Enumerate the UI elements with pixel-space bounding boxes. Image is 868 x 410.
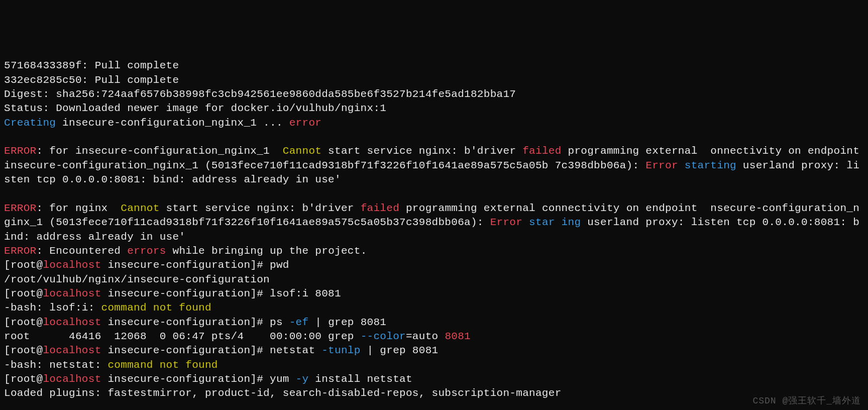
prompt-user: [root@ bbox=[4, 288, 43, 299]
error-text: : for insecure-configuration_nginx_1 bbox=[37, 145, 283, 157]
pull-line-1: 57168433389f: Pull complete bbox=[4, 60, 179, 71]
cmd-netstat[interactable]: netstat bbox=[270, 345, 321, 356]
error-word: Error bbox=[645, 160, 678, 171]
flag-ef[interactable]: -ef bbox=[289, 317, 309, 328]
creating-target: insecure-configuration_nginx_1 ... bbox=[56, 117, 289, 129]
cmd-pwd[interactable]: pwd bbox=[270, 259, 289, 271]
watermark: CSDN @强王软千_墙外道 bbox=[752, 395, 861, 407]
prompt-host: localhost bbox=[43, 288, 101, 299]
pwd-output: /root/vulhub/nginx/insecure-configuratio… bbox=[4, 274, 270, 285]
ps-output: =auto bbox=[406, 331, 445, 342]
starting-word: star ing bbox=[529, 217, 581, 228]
yum-output: Loaded plugins: fastestmirror, product-i… bbox=[4, 387, 562, 399]
space bbox=[678, 160, 685, 171]
netstat-output: -bash: netstat: bbox=[4, 359, 107, 371]
lsof-output: -bash: lsof:i: bbox=[4, 302, 101, 314]
error-label: ERROR bbox=[4, 202, 37, 214]
prompt-path: insecure-configuration]# bbox=[101, 345, 270, 356]
not-found: command not found bbox=[101, 302, 211, 314]
cannot-word: Cannot bbox=[121, 202, 159, 214]
cmd-grep[interactable]: | grep 8081 bbox=[361, 345, 439, 356]
cmd-grep[interactable]: | grep 8081 bbox=[308, 317, 386, 328]
errors-word: errors bbox=[127, 245, 166, 257]
space bbox=[522, 217, 529, 228]
prompt-path: insecure-configuration]# bbox=[101, 259, 270, 271]
starting-word: starting bbox=[685, 160, 736, 171]
status-line: Status: Downloaded newer image for docke… bbox=[4, 102, 386, 114]
flag-tunlp[interactable]: -tunlp bbox=[321, 345, 360, 356]
flag-y[interactable]: -y bbox=[296, 373, 309, 385]
cannot-word: Cannot bbox=[283, 145, 321, 157]
prompt-path: insecure-configuration]# bbox=[101, 288, 270, 299]
prompt-user: [root@ bbox=[4, 345, 43, 356]
creating-error: error bbox=[289, 117, 322, 129]
creating-label: Creating bbox=[4, 117, 56, 129]
cmd-ps[interactable]: ps bbox=[270, 317, 289, 328]
prompt-path: insecure-configuration]# bbox=[101, 373, 270, 385]
cmd-lsof[interactable]: lsof:i 8081 bbox=[270, 288, 341, 299]
pull-line-2: 332ec8285c50: Pull complete bbox=[4, 74, 179, 86]
error-text: : Encountered bbox=[37, 245, 128, 257]
failed-word: failed bbox=[522, 145, 561, 157]
color-flag: --color bbox=[361, 331, 406, 342]
terminal-output: 57168433389f: Pull complete 332ec8285c50… bbox=[4, 60, 866, 410]
prompt-host: localhost bbox=[43, 345, 101, 356]
prompt-user: [root@ bbox=[4, 317, 43, 328]
prompt-user: [root@ bbox=[4, 373, 43, 385]
match-8081: 8081 bbox=[445, 331, 471, 342]
prompt-path: insecure-configuration]# bbox=[101, 317, 270, 328]
failed-word: failed bbox=[361, 202, 399, 214]
error-text: start service nginx: b'driver bbox=[321, 145, 522, 157]
error-text: start service nginx: b'driver bbox=[160, 202, 361, 214]
digest-line: Digest: sha256:724aaf6576b38998fc3cb9425… bbox=[4, 88, 516, 100]
cmd-yum[interactable]: yum bbox=[270, 373, 296, 385]
cmd-install[interactable]: install netstat bbox=[308, 373, 412, 385]
prompt-user: [root@ bbox=[4, 259, 43, 271]
prompt-host: localhost bbox=[43, 317, 101, 328]
not-found: command not found bbox=[107, 359, 218, 371]
ps-output: root 46416 12068 0 06:47 pts/4 00:00:00 … bbox=[4, 331, 361, 342]
error-label: ERROR bbox=[4, 245, 37, 257]
error-label: ERROR bbox=[4, 145, 37, 157]
prompt-host: localhost bbox=[43, 259, 101, 271]
error-word: Error bbox=[490, 217, 523, 228]
prompt-host: localhost bbox=[43, 373, 101, 385]
error-text: : for nginx bbox=[37, 202, 121, 214]
error-text: while bringing up the project. bbox=[166, 245, 367, 257]
